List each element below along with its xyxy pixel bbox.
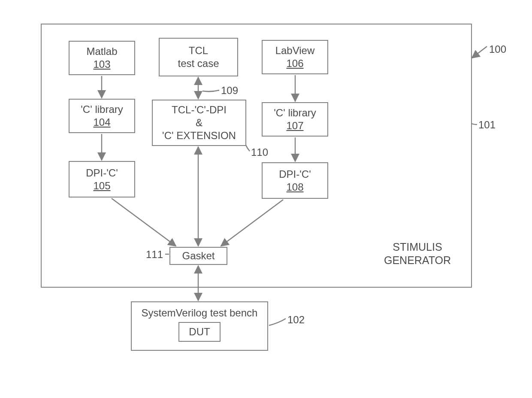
ref-111-text: 111 <box>146 249 163 260</box>
ref-109-text: 109 <box>221 85 238 96</box>
tcl-test-label2: test case <box>178 57 219 70</box>
dut-label: DUT <box>189 326 210 337</box>
ref-109: 109 <box>221 84 238 97</box>
ref-102-text: 102 <box>287 314 305 325</box>
ref-101: 101 <box>478 118 496 131</box>
clib-right-label: 'C' library <box>274 106 316 119</box>
dpic-left-box: DPI-'C' 105 <box>69 161 135 197</box>
dpic-right-label: DPI-'C' <box>279 168 311 181</box>
ref-110-text: 110 <box>251 146 268 158</box>
clib-left-label: 'C' library <box>81 103 123 116</box>
labview-box: LabView 106 <box>262 40 328 74</box>
tcl-ext-label3: 'C' EXTENSION <box>162 129 236 142</box>
stimulus-generator-label: STIMULIS GENERATOR <box>375 240 460 267</box>
tcl-ext-box: TCL-'C'-DPI & 'C' EXTENSION <box>152 100 246 146</box>
gasket-label: Gasket <box>182 249 215 262</box>
svtb-box: SystemVerilog test bench DUT <box>131 301 268 351</box>
stimulus-generator-text: STIMULIS GENERATOR <box>384 241 451 266</box>
dpic-left-label: DPI-'C' <box>86 167 118 179</box>
ref-100-text: 100 <box>489 43 506 55</box>
labview-label: LabView <box>275 44 315 57</box>
ref-111: 111 <box>146 248 163 261</box>
clib-left-ref: 104 <box>93 116 110 129</box>
ref-100: 100 <box>489 43 506 56</box>
tcl-test-label1: TCL <box>189 44 208 57</box>
tcl-ext-label2: & <box>196 116 203 129</box>
labview-ref: 106 <box>286 57 303 70</box>
ref-101-text: 101 <box>478 119 496 131</box>
matlab-ref: 103 <box>93 58 110 71</box>
svtb-label: SystemVerilog test bench <box>142 307 258 319</box>
tcl-test-box: TCL test case <box>159 38 238 76</box>
clib-left-box: 'C' library 104 <box>69 99 135 133</box>
gasket-box: Gasket <box>169 247 227 265</box>
ref-102: 102 <box>287 313 305 326</box>
dpic-right-ref: 108 <box>286 181 303 194</box>
clib-right-box: 'C' library 107 <box>262 102 328 137</box>
dut-box: DUT <box>178 322 220 342</box>
dpic-right-box: DPI-'C' 108 <box>262 162 328 199</box>
matlab-label: Matlab <box>86 45 117 58</box>
ref-110: 110 <box>251 146 268 159</box>
clib-right-ref: 107 <box>286 119 303 132</box>
tcl-ext-label1: TCL-'C'-DPI <box>172 103 227 116</box>
dpic-left-ref: 105 <box>93 179 110 192</box>
svg-line-9 <box>472 46 487 58</box>
matlab-box: Matlab 103 <box>69 41 135 75</box>
